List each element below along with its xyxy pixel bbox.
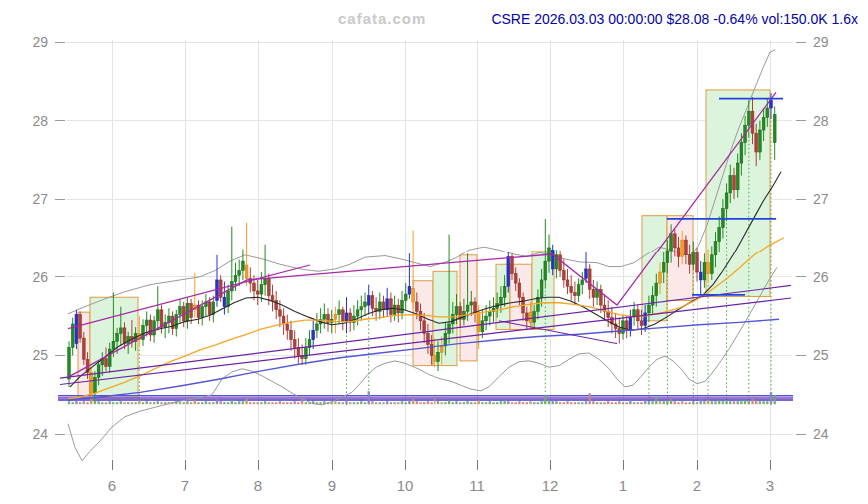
svg-text:29: 29 xyxy=(813,34,829,50)
svg-text:28: 28 xyxy=(813,113,829,129)
svg-text:8: 8 xyxy=(254,477,262,494)
svg-text:7: 7 xyxy=(181,477,189,494)
svg-text:1: 1 xyxy=(619,477,627,494)
svg-text:9: 9 xyxy=(328,477,336,494)
svg-text:27: 27 xyxy=(813,191,829,207)
price-chart-svg: 2424252526262727282829296789101112123 xyxy=(0,0,868,504)
svg-text:28: 28 xyxy=(32,113,48,129)
svg-text:29: 29 xyxy=(32,34,48,50)
svg-text:26: 26 xyxy=(813,269,829,285)
svg-text:2: 2 xyxy=(693,477,701,494)
svg-text:27: 27 xyxy=(32,191,48,207)
svg-text:24: 24 xyxy=(813,426,829,442)
svg-text:6: 6 xyxy=(108,477,116,494)
highlight-zones xyxy=(78,90,770,398)
volume-baselines xyxy=(58,396,793,400)
svg-text:24: 24 xyxy=(32,426,48,442)
candlestick-chart[interactable]: 2424252526262727282829296789101112123 xyxy=(0,0,868,504)
svg-text:25: 25 xyxy=(32,347,48,363)
chart-window: cafata.com CSRE 2026.03.03 00:00:00 $28.… xyxy=(0,0,868,504)
svg-text:26: 26 xyxy=(32,269,48,285)
svg-text:3: 3 xyxy=(766,477,774,494)
svg-text:10: 10 xyxy=(397,477,414,494)
svg-text:25: 25 xyxy=(813,347,829,363)
svg-text:12: 12 xyxy=(542,477,559,494)
svg-text:11: 11 xyxy=(469,477,485,494)
